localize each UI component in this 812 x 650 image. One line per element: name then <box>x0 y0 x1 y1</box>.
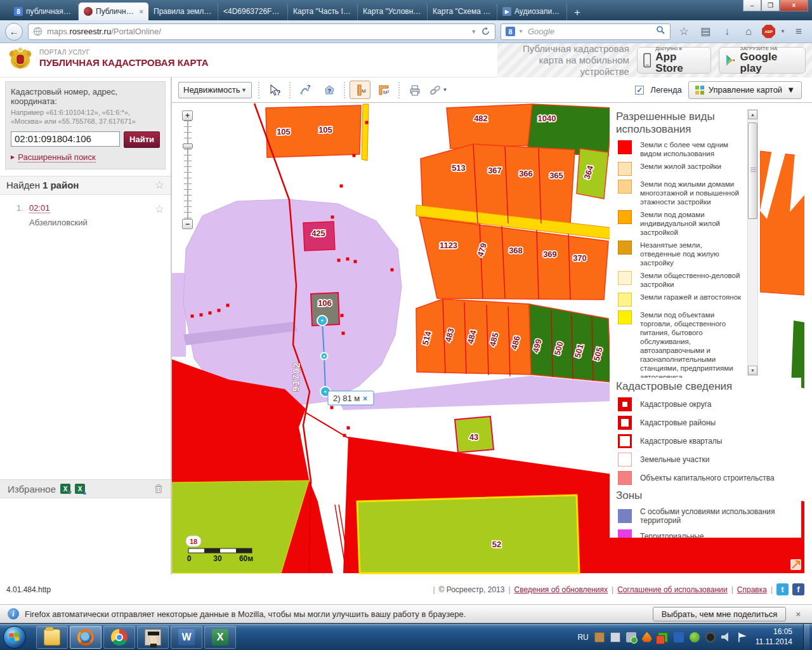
tray-ime-icon[interactable] <box>674 632 684 642</box>
googleplay-badge[interactable]: ЗАГРУЗИТЕ НАGoogle play <box>719 47 806 74</box>
zoom-slider[interactable]: + − <box>182 110 193 229</box>
find-button[interactable]: Найти <box>124 131 160 148</box>
scroll-down-icon[interactable]: ▼ <box>748 366 757 375</box>
print-button[interactable] <box>404 81 425 99</box>
lavender-left[interactable] <box>172 273 186 357</box>
tab-5[interactable]: Карта "Часть II. Тер... <box>288 3 358 20</box>
zoom-thumb[interactable] <box>183 143 193 149</box>
tray-displays-icon[interactable] <box>658 632 668 642</box>
map-control-button[interactable]: Управление картой ▼ <box>688 81 802 99</box>
url-dropdown-icon[interactable]: ▼ <box>471 29 476 35</box>
taskbar-app-explorer[interactable] <box>36 626 68 649</box>
taskbar-app-excel[interactable]: X <box>204 626 236 649</box>
footer-link[interactable]: Сведения об обновлениях <box>514 585 608 594</box>
zoom-in-button[interactable]: + <box>182 110 193 121</box>
tab-2[interactable]: Публичная ...× <box>79 3 148 20</box>
favorite-star-icon[interactable]: ☆ <box>155 202 164 216</box>
tray-network-icon[interactable] <box>610 632 620 642</box>
map-resize-icon[interactable] <box>790 559 801 570</box>
tray-swirl-icon[interactable] <box>705 632 716 642</box>
cadastral-number-input[interactable] <box>11 131 120 147</box>
taskbar-app-firefox[interactable] <box>70 626 102 649</box>
tab-close-icon[interactable]: × <box>140 8 143 15</box>
tray-flame-icon[interactable] <box>642 632 652 642</box>
layer-select[interactable]: Недвижимость ▼ <box>178 82 252 98</box>
import-excel-icon[interactable]: X▲ <box>75 484 85 494</box>
footer-link[interactable]: Справка <box>737 585 767 594</box>
taskbar-app-chrome[interactable] <box>103 626 135 649</box>
taskbar-app-word[interactable]: W <box>171 626 202 649</box>
facebook-icon[interactable]: f <box>792 583 804 595</box>
measure-length-button[interactable]: М <box>350 81 370 99</box>
lavender-strip[interactable] <box>337 376 613 410</box>
url-bar[interactable]: maps.rosreestr.ru/PortalOnline/ ▼ <box>28 23 495 40</box>
minimize-icon[interactable]: – <box>743 0 761 11</box>
scroll-thumb[interactable] <box>748 123 757 219</box>
search-engine-icon[interactable]: 8 <box>506 27 515 36</box>
tab-4[interactable]: <4D6963726F736F66... <box>218 3 288 20</box>
favorite-star-icon[interactable]: ☆ <box>155 178 164 192</box>
downloads-icon[interactable]: ↓ <box>719 23 735 40</box>
new-tab-button[interactable]: + <box>568 5 586 20</box>
legend-checkbox[interactable]: ✓ <box>635 86 644 95</box>
legend-item: Земельные участки <box>616 453 795 467</box>
restore-icon[interactable]: ❐ <box>761 0 780 11</box>
advanced-search-link[interactable]: ▶ Расширенный поиск <box>11 152 160 162</box>
taskbar-app-consultant[interactable] <box>137 626 169 649</box>
parcel-482[interactable] <box>447 104 532 149</box>
magnifier-icon[interactable] <box>656 25 665 37</box>
tab-8[interactable]: ▶Аудиозаписи В... <box>497 3 567 20</box>
tab-3[interactable]: Правила землепол... <box>148 3 218 20</box>
home-icon[interactable]: ⌂ <box>740 23 757 40</box>
notification-choose-button[interactable]: Выбрать, чем мне поделиться <box>653 607 787 621</box>
tab-7[interactable]: Карта "Схема грани... <box>428 3 497 20</box>
search-engine-caret-icon[interactable]: ▼ <box>518 29 523 34</box>
construction-object-dot <box>337 259 341 262</box>
tray-volume-icon[interactable] <box>721 632 731 642</box>
taskbar-clock[interactable]: 16:05 11.11.2014 <box>756 627 792 647</box>
tray-usb-icon[interactable] <box>626 632 636 642</box>
measure-close-icon[interactable]: × <box>363 394 367 403</box>
identify-cursor-button[interactable]: ? <box>264 81 285 99</box>
map-canvas[interactable]: 1051054821040513367366365364112347936836… <box>171 103 804 574</box>
tab-6[interactable]: Карта "Условные о... <box>358 3 428 20</box>
result-item[interactable]: 1. 02:01 Абзелиловский ☆ <box>0 195 171 227</box>
adblock-caret-icon[interactable]: ▼ <box>780 29 785 34</box>
scroll-up-icon[interactable]: ▲ <box>748 110 757 119</box>
tab-1[interactable]: 8публичная кад... <box>9 3 79 20</box>
adblock-icon[interactable]: ABP <box>762 25 775 38</box>
identify-line-button[interactable]: ? <box>295 81 316 99</box>
sidebar-collapse-handle[interactable]: ◄ <box>171 310 172 333</box>
bookmark-star-icon[interactable]: ☆ <box>676 23 692 40</box>
zoom-out-button[interactable]: − <box>182 219 193 229</box>
search-bar[interactable]: 8 ▼ <box>501 23 671 40</box>
export-excel-icon[interactable]: X▼ <box>60 484 70 494</box>
measure-length-icon: М <box>354 84 367 96</box>
show-desktop-button[interactable] <box>803 624 809 650</box>
tray-av-icon[interactable] <box>690 632 700 642</box>
identify-polygon-button[interactable]: ? <box>318 81 339 99</box>
link-button[interactable]: ▼ <box>428 81 449 99</box>
zoom-track[interactable] <box>184 121 192 219</box>
appstore-badge[interactable]: Доступно вApp Store <box>637 47 711 74</box>
reload-icon[interactable] <box>481 27 490 36</box>
bookmarks-menu-icon[interactable]: ▤ <box>697 23 714 40</box>
footer-separator: | <box>612 585 613 594</box>
close-icon[interactable]: × <box>780 0 808 11</box>
search-input[interactable] <box>527 26 653 37</box>
yellow-sliver[interactable] <box>362 104 369 161</box>
footer-link[interactable]: Соглашение об использовании <box>617 585 728 594</box>
menu-icon[interactable]: ≡ <box>790 23 807 40</box>
tray-case-icon[interactable] <box>594 632 605 642</box>
parcel-52[interactable] <box>357 495 579 573</box>
back-button[interactable]: ← <box>5 23 23 41</box>
language-indicator[interactable]: RU <box>577 633 588 642</box>
start-button[interactable] <box>3 626 26 649</box>
legend-scrollbar[interactable]: ▲ ▼ <box>747 109 758 376</box>
measure-area-button[interactable]: М² <box>373 81 394 99</box>
trash-icon[interactable] <box>154 484 163 494</box>
tray-flag-icon[interactable] <box>737 632 747 642</box>
notification-close-icon[interactable]: × <box>792 609 804 619</box>
twitter-icon[interactable]: t <box>776 583 789 595</box>
result-code-link[interactable]: 02:01 <box>29 203 50 213</box>
